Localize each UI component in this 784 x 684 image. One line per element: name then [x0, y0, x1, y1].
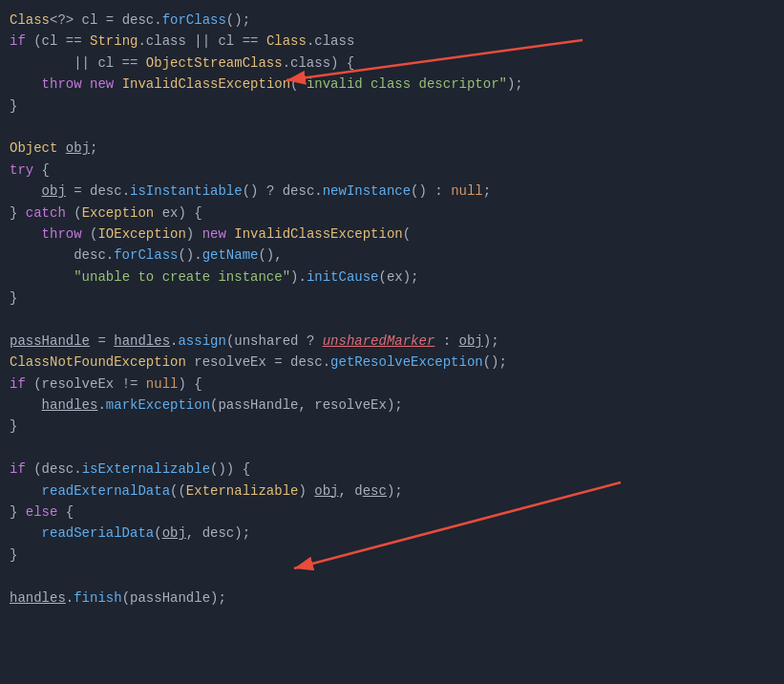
code-line: || cl == ObjectStreamClass.class) { — [0, 53, 784, 74]
code-line: } — [0, 545, 784, 566]
code-line: throw new InvalidClassException("invalid… — [0, 74, 784, 95]
code-line: handles.markException(passHandle, resolv… — [0, 395, 784, 416]
code-line: throw (IOException) new InvalidClassExce… — [0, 224, 784, 245]
code-line: if (desc.isExternalizable()) { — [0, 459, 784, 480]
code-line: Class<?> cl = desc.forClass(); — [0, 10, 784, 31]
code-line: "unable to create instance").initCause(e… — [0, 267, 784, 288]
code-line-empty — [0, 566, 784, 587]
code-line: readExternalData((Externalizable) obj, d… — [0, 481, 784, 502]
code-line: } else { — [0, 502, 784, 523]
code-line: try { — [0, 160, 784, 181]
code-line: } — [0, 96, 784, 117]
code-line: if (resolveEx != null) { — [0, 374, 784, 395]
code-container: Class<?> cl = desc.forClass(); if (cl ==… — [0, 0, 784, 618]
code-line-empty — [0, 438, 784, 459]
code-line-empty — [0, 117, 784, 138]
code-line: ClassNotFoundException resolveEx = desc.… — [0, 352, 784, 373]
code-line: if (cl == String.class || cl == Class.cl… — [0, 31, 784, 52]
code-line-empty — [0, 309, 784, 330]
code-line: handles.finish(passHandle); — [0, 588, 784, 609]
code-line: } catch (Exception ex) { — [0, 203, 784, 224]
code-line: passHandle = handles.assign(unshared ? u… — [0, 331, 784, 352]
code-line: Object obj; — [0, 138, 784, 159]
code-line: desc.forClass().getName(), — [0, 245, 784, 266]
code-line: } — [0, 416, 784, 437]
code-line: } — [0, 288, 784, 309]
code-line: obj = desc.isInstantiable() ? desc.newIn… — [0, 181, 784, 202]
code-line: readSerialData(obj, desc); — [0, 523, 784, 544]
